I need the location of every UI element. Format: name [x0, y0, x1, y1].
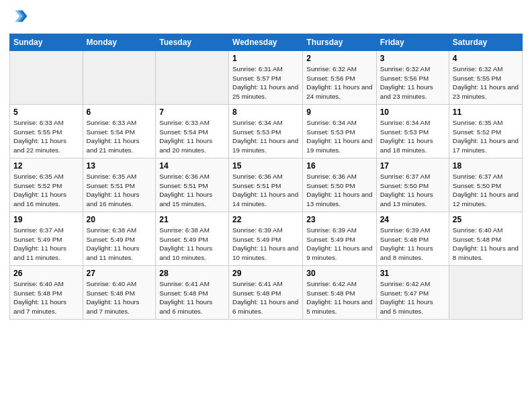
week-row-2: 12Sunrise: 6:35 AMSunset: 5:52 PMDayligh… — [10, 158, 523, 212]
day-number: 11 — [453, 107, 519, 117]
col-header-monday: Monday — [83, 34, 156, 51]
day-cell-7: 7Sunrise: 6:33 AMSunset: 5:54 PMDaylight… — [156, 105, 229, 158]
day-info: Sunrise: 6:35 AMSunset: 5:51 PMDaylight:… — [87, 172, 152, 209]
week-row-4: 26Sunrise: 6:40 AMSunset: 5:48 PMDayligh… — [10, 266, 523, 320]
col-header-thursday: Thursday — [303, 34, 376, 51]
day-number: 28 — [159, 269, 225, 278]
day-cell-18: 18Sunrise: 6:37 AMSunset: 5:50 PMDayligh… — [449, 158, 522, 212]
day-cell-26: 26Sunrise: 6:40 AMSunset: 5:48 PMDayligh… — [10, 266, 83, 320]
day-info: Sunrise: 6:40 AMSunset: 5:48 PMDaylight:… — [13, 279, 79, 316]
day-number: 17 — [380, 161, 445, 171]
day-info: Sunrise: 6:39 AMSunset: 5:49 PMDaylight:… — [306, 226, 372, 263]
day-number: 12 — [13, 161, 79, 171]
day-info: Sunrise: 6:37 AMSunset: 5:50 PMDaylight:… — [453, 172, 519, 209]
day-cell-13: 13Sunrise: 6:35 AMSunset: 5:51 PMDayligh… — [83, 158, 156, 212]
day-info: Sunrise: 6:42 AMSunset: 5:48 PMDaylight:… — [306, 279, 372, 316]
day-cell-2: 2Sunrise: 6:32 AMSunset: 5:56 PMDaylight… — [303, 51, 376, 105]
day-cell-8: 8Sunrise: 6:34 AMSunset: 5:53 PMDaylight… — [229, 105, 303, 158]
day-cell-31: 31Sunrise: 6:42 AMSunset: 5:47 PMDayligh… — [376, 266, 449, 320]
day-cell-22: 22Sunrise: 6:39 AMSunset: 5:49 PMDayligh… — [229, 212, 303, 266]
day-number: 30 — [306, 269, 372, 278]
col-header-wednesday: Wednesday — [229, 34, 303, 51]
day-number: 10 — [380, 107, 445, 117]
empty-cell — [156, 51, 229, 105]
day-cell-17: 17Sunrise: 6:37 AMSunset: 5:50 PMDayligh… — [376, 158, 449, 212]
day-info: Sunrise: 6:39 AMSunset: 5:48 PMDaylight:… — [380, 226, 445, 263]
day-number: 21 — [159, 215, 225, 224]
day-info: Sunrise: 6:31 AMSunset: 5:57 PMDaylight:… — [232, 64, 299, 101]
day-info: Sunrise: 6:36 AMSunset: 5:51 PMDaylight:… — [159, 172, 225, 209]
empty-cell — [449, 266, 522, 320]
col-header-friday: Friday — [376, 34, 449, 51]
day-info: Sunrise: 6:32 AMSunset: 5:55 PMDaylight:… — [453, 64, 519, 101]
day-info: Sunrise: 6:42 AMSunset: 5:47 PMDaylight:… — [380, 279, 445, 316]
day-number: 19 — [13, 215, 79, 224]
day-info: Sunrise: 6:32 AMSunset: 5:56 PMDaylight:… — [306, 64, 372, 101]
day-info: Sunrise: 6:33 AMSunset: 5:54 PMDaylight:… — [87, 118, 152, 155]
day-info: Sunrise: 6:40 AMSunset: 5:48 PMDaylight:… — [87, 279, 152, 316]
day-number: 13 — [87, 161, 152, 171]
day-cell-3: 3Sunrise: 6:32 AMSunset: 5:56 PMDaylight… — [376, 51, 449, 105]
day-number: 26 — [13, 269, 79, 278]
day-cell-29: 29Sunrise: 6:41 AMSunset: 5:48 PMDayligh… — [229, 266, 303, 320]
day-number: 1 — [232, 54, 299, 63]
day-info: Sunrise: 6:34 AMSunset: 5:53 PMDaylight:… — [232, 118, 299, 155]
day-cell-20: 20Sunrise: 6:38 AMSunset: 5:49 PMDayligh… — [83, 212, 156, 266]
day-number: 18 — [453, 161, 519, 171]
day-cell-9: 9Sunrise: 6:34 AMSunset: 5:53 PMDaylight… — [303, 105, 376, 158]
day-info: Sunrise: 6:35 AMSunset: 5:52 PMDaylight:… — [13, 172, 79, 209]
day-cell-4: 4Sunrise: 6:32 AMSunset: 5:55 PMDaylight… — [449, 51, 522, 105]
day-cell-25: 25Sunrise: 6:40 AMSunset: 5:48 PMDayligh… — [449, 212, 522, 266]
day-info: Sunrise: 6:41 AMSunset: 5:48 PMDaylight:… — [159, 279, 225, 316]
day-cell-12: 12Sunrise: 6:35 AMSunset: 5:52 PMDayligh… — [10, 158, 83, 212]
day-cell-1: 1Sunrise: 6:31 AMSunset: 5:57 PMDaylight… — [229, 51, 303, 105]
col-header-tuesday: Tuesday — [156, 34, 229, 51]
day-number: 9 — [306, 107, 372, 117]
day-cell-28: 28Sunrise: 6:41 AMSunset: 5:48 PMDayligh… — [156, 266, 229, 320]
day-number: 14 — [159, 161, 225, 171]
day-info: Sunrise: 6:37 AMSunset: 5:50 PMDaylight:… — [380, 172, 445, 209]
day-cell-10: 10Sunrise: 6:34 AMSunset: 5:53 PMDayligh… — [376, 105, 449, 158]
day-number: 6 — [87, 107, 152, 117]
page-header — [9, 7, 523, 28]
day-info: Sunrise: 6:34 AMSunset: 5:53 PMDaylight:… — [306, 118, 372, 155]
calendar-table: SundayMondayTuesdayWednesdayThursdayFrid… — [9, 34, 523, 320]
day-info: Sunrise: 6:37 AMSunset: 5:49 PMDaylight:… — [13, 226, 79, 263]
day-info: Sunrise: 6:40 AMSunset: 5:48 PMDaylight:… — [453, 226, 519, 263]
day-info: Sunrise: 6:36 AMSunset: 5:51 PMDaylight:… — [232, 172, 299, 209]
day-number: 2 — [306, 54, 372, 63]
col-header-sunday: Sunday — [10, 34, 83, 51]
day-cell-21: 21Sunrise: 6:38 AMSunset: 5:49 PMDayligh… — [156, 212, 229, 266]
day-number: 15 — [232, 161, 299, 171]
day-number: 22 — [232, 215, 299, 224]
day-cell-27: 27Sunrise: 6:40 AMSunset: 5:48 PMDayligh… — [83, 266, 156, 320]
day-cell-19: 19Sunrise: 6:37 AMSunset: 5:49 PMDayligh… — [10, 212, 83, 266]
day-number: 31 — [380, 269, 445, 278]
day-info: Sunrise: 6:35 AMSunset: 5:52 PMDaylight:… — [453, 118, 519, 155]
day-number: 7 — [159, 107, 225, 117]
week-row-3: 19Sunrise: 6:37 AMSunset: 5:49 PMDayligh… — [10, 212, 523, 266]
day-cell-5: 5Sunrise: 6:33 AMSunset: 5:55 PMDaylight… — [10, 105, 83, 158]
day-info: Sunrise: 6:39 AMSunset: 5:49 PMDaylight:… — [232, 226, 299, 263]
day-number: 20 — [87, 215, 152, 224]
day-cell-15: 15Sunrise: 6:36 AMSunset: 5:51 PMDayligh… — [229, 158, 303, 212]
day-number: 25 — [453, 215, 519, 224]
day-number: 29 — [232, 269, 299, 278]
day-number: 23 — [306, 215, 372, 224]
day-cell-30: 30Sunrise: 6:42 AMSunset: 5:48 PMDayligh… — [303, 266, 376, 320]
empty-cell — [83, 51, 156, 105]
calendar-header-row: SundayMondayTuesdayWednesdayThursdayFrid… — [10, 34, 523, 51]
day-info: Sunrise: 6:38 AMSunset: 5:49 PMDaylight:… — [87, 226, 152, 263]
col-header-saturday: Saturday — [449, 34, 522, 51]
day-cell-11: 11Sunrise: 6:35 AMSunset: 5:52 PMDayligh… — [449, 105, 522, 158]
day-info: Sunrise: 6:32 AMSunset: 5:56 PMDaylight:… — [380, 64, 445, 101]
week-row-0: 1Sunrise: 6:31 AMSunset: 5:57 PMDaylight… — [10, 51, 523, 105]
day-info: Sunrise: 6:41 AMSunset: 5:48 PMDaylight:… — [232, 279, 299, 316]
day-info: Sunrise: 6:33 AMSunset: 5:54 PMDaylight:… — [159, 118, 225, 155]
logo — [9, 7, 30, 28]
day-cell-16: 16Sunrise: 6:36 AMSunset: 5:50 PMDayligh… — [303, 158, 376, 212]
day-info: Sunrise: 6:33 AMSunset: 5:55 PMDaylight:… — [13, 118, 79, 155]
day-number: 3 — [380, 54, 445, 63]
day-number: 5 — [13, 107, 79, 117]
week-row-1: 5Sunrise: 6:33 AMSunset: 5:55 PMDaylight… — [10, 105, 523, 158]
